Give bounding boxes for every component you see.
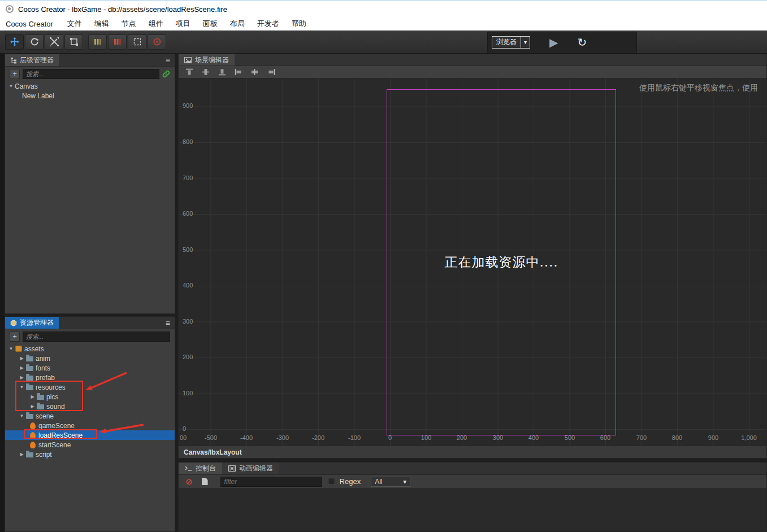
log-type-select[interactable]: All — [371, 477, 410, 487]
align-bottom-icon[interactable] — [218, 68, 226, 76]
cocos-logo-icon — [6, 5, 14, 13]
asset-row-pics[interactable]: pics — [5, 392, 175, 402]
main-toolbar: 浏览器 — [0, 30, 767, 54]
tab-hierarchy[interactable]: 层级管理器 — [5, 54, 59, 66]
asset-label: startScene — [38, 441, 71, 449]
console-filter-input[interactable] — [220, 477, 322, 487]
expand-arrow-icon[interactable] — [29, 394, 36, 399]
panel-menu-icon[interactable] — [161, 54, 175, 66]
scene-file-icon — [30, 432, 36, 439]
hierarchy-node-canvas[interactable]: Canvas — [5, 81, 175, 91]
preview-browser-dropdown[interactable]: 浏览器 — [492, 36, 530, 49]
expand-arrow-icon[interactable] — [18, 413, 25, 418]
ruler-label: 700 — [183, 175, 202, 181]
expand-arrow-icon[interactable] — [18, 452, 25, 457]
anchor-mode-button[interactable] — [108, 34, 127, 50]
hierarchy-panel-header: 层级管理器 — [5, 54, 175, 67]
animation-tab-label: 动画编辑器 — [239, 464, 273, 473]
mode-tool-group — [88, 34, 166, 50]
menu-item-edit[interactable]: 编辑 — [88, 19, 115, 29]
hierarchy-node-new-label[interactable]: New Label — [5, 91, 175, 101]
menu-item-layout[interactable]: 布局 — [224, 19, 251, 29]
ruler-label: 00 — [179, 434, 189, 441]
align-right-icon[interactable] — [267, 68, 275, 76]
align-top-icon[interactable] — [185, 68, 193, 76]
menu-item-panel[interactable]: 面板 — [197, 19, 224, 29]
tab-scene-editor[interactable]: 场景编辑器 — [179, 54, 235, 66]
folder-icon — [26, 376, 33, 381]
preview-browser-label: 浏览器 — [492, 37, 521, 47]
asset-row-assets[interactable]: assets — [5, 344, 175, 354]
asset-row-sound[interactable]: sound — [5, 402, 175, 411]
expand-arrow-icon[interactable] — [7, 346, 15, 351]
record-mode-button[interactable] — [148, 34, 166, 50]
asset-row-script[interactable]: script — [5, 450, 175, 459]
scene-canvas[interactable]: 正在加载资源中.... 使用鼠标右键平移视窗焦点，使用 900 800 700 … — [179, 79, 766, 446]
ruler-label: 600 — [183, 210, 202, 217]
log-file-icon[interactable] — [202, 478, 208, 485]
ruler-label: 800 — [183, 138, 202, 145]
expand-arrow-icon[interactable] — [7, 84, 15, 89]
tab-assets[interactable]: 资源管理器 — [5, 317, 59, 329]
asset-label: prefab — [36, 374, 55, 382]
assets-search-input[interactable] — [23, 332, 170, 342]
asset-row-startscene[interactable]: startScene — [5, 440, 175, 450]
menu-item-project[interactable]: 项目 — [170, 19, 197, 29]
rect-tool-button[interactable] — [64, 34, 83, 50]
regex-checkbox[interactable] — [328, 478, 335, 485]
scene-hint-text: 使用鼠标右键平移视窗焦点，使用 — [639, 83, 758, 93]
console-output[interactable] — [179, 489, 766, 531]
menu-item-component[interactable]: 组件 — [142, 19, 170, 29]
expand-arrow-icon[interactable] — [18, 385, 25, 390]
add-node-button[interactable]: + — [10, 69, 20, 79]
scale-tool-button[interactable] — [45, 34, 63, 50]
align-middle-icon[interactable] — [202, 68, 210, 76]
canvas-fit-button[interactable] — [128, 34, 146, 50]
rotate-tool-button[interactable] — [25, 34, 44, 50]
asset-label: scene — [36, 412, 54, 420]
play-button[interactable] — [549, 37, 558, 48]
expand-arrow-icon[interactable] — [29, 404, 36, 409]
menu-item-node[interactable]: 节点 — [115, 19, 142, 29]
hierarchy-search-input[interactable] — [23, 69, 159, 79]
ruler-label: 100 — [412, 434, 440, 441]
tab-console[interactable]: 控制台 — [179, 463, 222, 474]
asset-label: assets — [24, 345, 44, 353]
hierarchy-panel: 层级管理器 + Canvas New Label — [5, 54, 175, 314]
asset-row-fonts[interactable]: fonts — [5, 363, 175, 373]
hierarchy-tab-label: 层级管理器 — [20, 55, 54, 65]
expand-arrow-icon[interactable] — [18, 356, 25, 361]
expand-arrow-icon[interactable] — [18, 365, 25, 370]
tab-animation-editor[interactable]: 动画编辑器 — [222, 463, 279, 474]
menu-item-developer[interactable]: 开发者 — [251, 19, 285, 29]
asset-row-scene[interactable]: scene — [5, 411, 175, 421]
asset-row-gamescene[interactable]: gameScene — [5, 421, 175, 430]
expand-arrow-icon[interactable] — [18, 375, 25, 380]
asset-label: script — [36, 451, 52, 459]
refresh-button[interactable] — [577, 37, 587, 48]
menu-item-file[interactable]: 文件 — [61, 19, 88, 29]
ruler-label: 300 — [484, 434, 512, 441]
scene-file-icon — [30, 442, 36, 448]
menu-item-cocos-creator[interactable]: Cocos Creator — [0, 20, 61, 28]
panel-menu-icon[interactable] — [161, 317, 175, 329]
canvas-fit-icon — [133, 37, 142, 46]
assets-panel-header: 资源管理器 — [5, 317, 175, 329]
ruler-label: 500 — [556, 434, 584, 441]
add-asset-button[interactable]: + — [10, 332, 20, 342]
asset-row-anim[interactable]: anim — [5, 354, 175, 363]
rotate-tool-icon — [30, 37, 39, 46]
move-tool-button[interactable] — [5, 34, 24, 50]
ruler-label: -200 — [304, 434, 332, 441]
link-icon[interactable] — [162, 70, 170, 78]
menu-bar: Cocos Creator 文件 编辑 节点 组件 项目 面板 布局 开发者 帮… — [0, 17, 767, 30]
asset-row-resources[interactable]: resources — [5, 382, 175, 392]
asset-row-prefab[interactable]: prefab — [5, 373, 175, 382]
align-center-icon[interactable] — [251, 68, 259, 76]
align-left-icon[interactable] — [235, 68, 242, 76]
asset-row-loadresscene[interactable]: loadResScene — [5, 430, 175, 440]
pivot-mode-button[interactable] — [88, 34, 107, 50]
menu-item-help[interactable]: 帮助 — [285, 19, 313, 29]
chevron-down-icon — [521, 37, 530, 48]
clear-console-icon[interactable] — [185, 477, 193, 486]
